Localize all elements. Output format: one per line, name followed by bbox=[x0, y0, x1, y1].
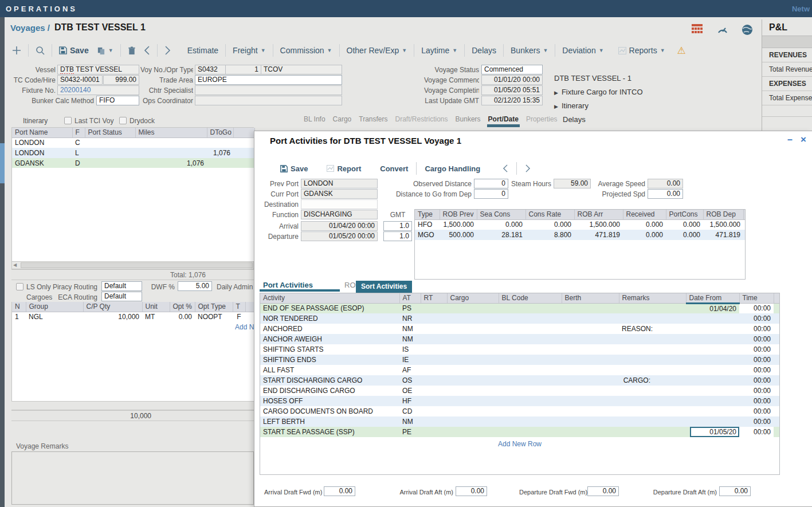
voyage-completing-field[interactable]: 01/05/20 05:51 bbox=[481, 85, 543, 95]
warning-icon[interactable]: ⚠ bbox=[677, 45, 686, 57]
arrival-draft-aft-field[interactable]: 0.00 bbox=[456, 486, 487, 496]
tab-port-date[interactable]: Port/Date bbox=[488, 115, 519, 123]
tc-hire-field[interactable]: 999.00 bbox=[103, 75, 139, 85]
col-remarks[interactable]: Remarks bbox=[619, 293, 686, 303]
cell-time[interactable]: 00:00 bbox=[739, 334, 774, 344]
other-rev-exp-menu[interactable]: Other Rev/Exp▼ bbox=[347, 46, 407, 55]
departure-field[interactable]: 01/05/20 00:00 bbox=[301, 231, 378, 241]
itinerary-row[interactable]: LONDON L 1,076 bbox=[12, 148, 254, 158]
piracy-routing-field[interactable]: Default bbox=[101, 281, 142, 291]
itinerary-hscrollbar[interactable]: ◀ bbox=[11, 261, 254, 269]
col-opt-type[interactable]: Opt Type bbox=[195, 302, 233, 312]
col-miles[interactable]: Miles bbox=[135, 128, 207, 137]
estimate-button[interactable]: Estimate bbox=[187, 46, 218, 55]
last-update-gmt-field[interactable]: 02/12/20 15:35 bbox=[481, 96, 543, 105]
tc-code-field[interactable]: S0432-I0001 bbox=[57, 75, 103, 85]
activity-row[interactable]: END OF SEA PASSAGE (ESOP) PS 01/04/20 00… bbox=[260, 303, 780, 313]
activity-row[interactable]: SHIFTING ENDS IE 00:00 bbox=[260, 355, 780, 365]
ops-coordinator-field[interactable] bbox=[195, 96, 342, 105]
tab-bl-info[interactable]: BL Info bbox=[304, 115, 325, 123]
opr-type-field[interactable]: TCOV bbox=[261, 65, 342, 74]
eca-routing-field[interactable]: Default bbox=[101, 292, 142, 301]
reports-menu[interactable]: Reports▼ bbox=[618, 46, 665, 55]
voyage-status-field[interactable]: Commenced bbox=[481, 65, 543, 74]
activity-row[interactable]: END DISCHARGING CARGO OE 00:00 bbox=[260, 386, 780, 396]
pnl-row-total-expenses[interactable]: Total Expenses bbox=[762, 91, 812, 105]
tab-transfers[interactable]: Transfers bbox=[359, 115, 387, 123]
col-opt-pct[interactable]: Opt % bbox=[170, 302, 195, 312]
curr-port-field[interactable]: GDANSK bbox=[301, 189, 378, 199]
col-cargo[interactable]: Cargo bbox=[447, 293, 499, 303]
col-group[interactable]: Group bbox=[26, 302, 83, 312]
col-t[interactable]: T bbox=[233, 302, 245, 312]
cell-received[interactable]: 0.000 bbox=[623, 219, 666, 230]
date-from-input[interactable]: 01/05/20 bbox=[690, 427, 739, 437]
expand-arrow-icon[interactable]: ▶ bbox=[554, 90, 558, 96]
col-port-status[interactable]: Port Status bbox=[85, 128, 135, 137]
col-received[interactable]: Received bbox=[623, 210, 666, 219]
drydock-checkbox[interactable] bbox=[119, 117, 127, 124]
laytime-menu[interactable]: Laytime▼ bbox=[421, 46, 457, 55]
prev-button[interactable] bbox=[144, 46, 150, 55]
tree-item-delays[interactable]: Delays bbox=[563, 115, 586, 124]
cell-time[interactable]: 00:00 bbox=[739, 365, 774, 375]
cell-date-from[interactable]: 01/04/20 bbox=[686, 303, 739, 313]
tree-item-itinerary[interactable]: ▶Itinerary bbox=[554, 101, 589, 110]
voyage-remarks-textarea[interactable] bbox=[11, 451, 254, 505]
arrival-draft-fwd-field[interactable]: 0.00 bbox=[324, 486, 355, 496]
deviation-menu[interactable]: Deviation▼ bbox=[562, 46, 603, 55]
pnl-row-expenses[interactable]: EXPENSES bbox=[762, 77, 812, 91]
projected-spd-field[interactable]: 0.00 bbox=[648, 189, 683, 199]
observed-distance-field[interactable]: 0 bbox=[474, 179, 508, 188]
pnl-row-revenues[interactable]: REVENUES bbox=[762, 48, 812, 62]
cell-time[interactable]: 00:00 bbox=[739, 406, 774, 416]
trade-area-field[interactable]: EUROPE bbox=[195, 75, 342, 85]
close-icon[interactable]: × bbox=[801, 134, 806, 146]
col-rob-dep[interactable]: ROB Dep bbox=[703, 210, 743, 219]
last-tci-voy-checkbox[interactable] bbox=[64, 117, 72, 124]
cell-date-from[interactable] bbox=[686, 313, 739, 324]
function-field[interactable]: DISCHARGING bbox=[301, 210, 378, 219]
gauge-icon[interactable] bbox=[717, 24, 728, 36]
activity-row[interactable]: ALL FAST AF 00:00 bbox=[260, 365, 780, 375]
average-speed-field[interactable]: 0.00 bbox=[648, 179, 683, 188]
bunkers-menu[interactable]: Bunkers▼ bbox=[511, 46, 548, 55]
itinerary-row[interactable]: GDANSK D 1,076 bbox=[12, 158, 254, 168]
grid-view-icon[interactable] bbox=[692, 24, 703, 36]
next-button[interactable] bbox=[164, 46, 171, 55]
cell-time[interactable]: 00:00 bbox=[739, 344, 774, 355]
tab-draft-restrictions[interactable]: Draft/Restrictions bbox=[395, 115, 448, 123]
activity-row[interactable]: START SEA PASSAGE (SSP) PE 01/05/20 00:0… bbox=[260, 427, 780, 437]
cell-time[interactable]: 00:00 bbox=[739, 375, 774, 386]
tab-port-activities[interactable]: Port Activities bbox=[263, 281, 313, 289]
voyage-commencing-field[interactable]: 01/01/20 00:00 bbox=[481, 75, 543, 85]
col-activity[interactable]: Activity bbox=[260, 293, 399, 303]
cell-time[interactable]: 00:00 bbox=[739, 396, 774, 406]
sort-activities-button[interactable]: Sort Activities bbox=[356, 281, 412, 293]
col-rt[interactable]: RT bbox=[421, 293, 447, 303]
steam-hours-field[interactable]: 59.00 bbox=[554, 179, 591, 188]
dialog-report-button[interactable]: Report bbox=[327, 164, 361, 173]
activity-row[interactable]: SHIFTING STARTS IS 00:00 bbox=[260, 344, 780, 355]
freight-menu[interactable]: Freight▼ bbox=[233, 46, 266, 55]
vessel-field[interactable]: DTB TEST VESSEL bbox=[57, 65, 139, 74]
network-label[interactable]: Netw bbox=[792, 5, 810, 13]
cell-time[interactable]: 00:00 bbox=[739, 324, 774, 334]
delays-button[interactable]: Delays bbox=[472, 46, 496, 55]
activity-row[interactable]: ANCHOR AWEIGH NM 00:00 bbox=[260, 334, 780, 344]
voy-seq-field[interactable]: 1 bbox=[225, 65, 261, 74]
activity-row[interactable]: ANCHORED NM REASON: 00:00 bbox=[260, 324, 780, 334]
convert-button[interactable]: Convert bbox=[380, 164, 408, 173]
cell-remarks[interactable]: CARGO: bbox=[619, 375, 686, 386]
col-bl-code[interactable]: BL Code bbox=[499, 293, 562, 303]
save-button[interactable]: Save bbox=[59, 46, 89, 55]
col-date-from[interactable]: Date From bbox=[686, 293, 739, 303]
voy-no-field[interactable]: S0432 bbox=[195, 65, 226, 74]
expand-arrow-icon[interactable]: ▶ bbox=[554, 104, 558, 109]
cell-date-from[interactable] bbox=[686, 344, 739, 355]
cell-time[interactable]: 00:00 bbox=[739, 386, 774, 396]
cell-date-from[interactable] bbox=[686, 386, 739, 396]
activity-row[interactable]: CARGO DOCUMENTS ON BOARD CD 00:00 bbox=[260, 406, 780, 416]
cell-received[interactable]: 0.000 bbox=[623, 230, 666, 240]
bunker-calc-method-field[interactable]: FIFO bbox=[96, 96, 139, 105]
